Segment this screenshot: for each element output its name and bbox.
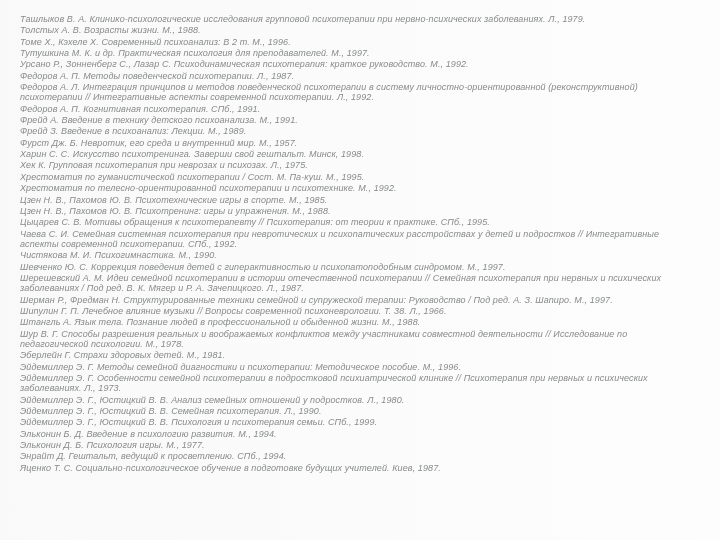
bibliography-slide: Ташлыков В. А. Клинико-психологические и… xyxy=(0,0,720,540)
reference-entry: Цыцарев С. В. Мотивы обращения к психоте… xyxy=(20,217,696,227)
reference-entry: Томе Х., Кэхеле Х. Современный психоанал… xyxy=(20,37,696,47)
reference-entry: Цзен Н. В., Пахомов Ю. В. Психотренинг: … xyxy=(20,206,696,216)
reference-entry: Федоров А. П. Когнитивная психотерапия. … xyxy=(20,104,696,114)
reference-entry: Фрейд З. Введение в психоанализ: Лекции.… xyxy=(20,126,696,136)
reference-entry: Ташлыков В. А. Клинико-психологические и… xyxy=(20,14,696,24)
reference-entry: Урсано Р., Зонненберг С., Лазар С. Психо… xyxy=(20,59,696,69)
reference-entry: Тутушкина М. К. и др. Практическая психо… xyxy=(20,48,696,58)
reference-entry: Чистякова М. И. Психогимнастика. М., 199… xyxy=(20,250,696,260)
reference-entry: Эберлейн Г. Страхи здоровых детей. М., 1… xyxy=(20,350,696,360)
reference-entry: Хрестоматия по телесно-ориентированной п… xyxy=(20,183,696,193)
reference-entry: Эйдемиллер Э. Г. Методы семейной диагнос… xyxy=(20,362,696,372)
reference-entry: Фурст Дж. Б. Невротик, его среда и внутр… xyxy=(20,138,696,148)
reference-entry: Хрестоматия по гуманистической психотера… xyxy=(20,172,696,182)
reference-entry: Эйдемиллер Э. Г., Юстицкий В. В. Семейна… xyxy=(20,406,696,416)
reference-entry: Эйдемиллер Э. Г. Особенности семейной пс… xyxy=(20,373,696,394)
reference-entry: Харин С. С. Искусство психотренинга. Зав… xyxy=(20,149,696,159)
reference-entry: Шерешевский А. М. Идеи семейной психотер… xyxy=(20,273,696,294)
reference-entry: Цзен Н. В., Пахомов Ю. В. Психотехническ… xyxy=(20,195,696,205)
reference-entry: Шипулин Г. П. Лечебное влияние музыки //… xyxy=(20,306,696,316)
reference-entry: Эйдемиллер Э. Г., Юстицкий В. В. Анализ … xyxy=(20,395,696,405)
reference-entry: Хек К. Групповая психотерапия при невроз… xyxy=(20,160,696,170)
reference-entry: Эльконин Б. Д. Введение в психологию раз… xyxy=(20,429,696,439)
reference-entry: Шерман Р., Фредман Н. Структурированные … xyxy=(20,295,696,305)
reference-entry: Чаева С. И. Семейная системная психотера… xyxy=(20,229,696,250)
reference-entry: Шевченко Ю. С. Коррекция поведения детей… xyxy=(20,262,696,272)
reference-list: Ташлыков В. А. Клинико-психологические и… xyxy=(20,14,696,473)
reference-entry: Эльконин Д. Б. Психология игры. М., 1977… xyxy=(20,440,696,450)
reference-entry: Шур В. Г. Способы разрешения реальных и … xyxy=(20,329,696,350)
reference-entry: Яценко Т. С. Социально-психологическое о… xyxy=(20,463,696,473)
reference-entry: Фрейд А. Введение в технику детского пси… xyxy=(20,115,696,125)
reference-entry: Эйдемиллер Э. Г., Юстицкий В. В. Психоло… xyxy=(20,417,696,427)
reference-entry: Толстых А. В. Возрасты жизни. М., 1988. xyxy=(20,25,696,35)
reference-entry: Штангль А. Язык тела. Познание людей в п… xyxy=(20,317,696,327)
reference-entry: Федоров А. П. Методы поведенческой психо… xyxy=(20,71,696,81)
reference-entry: Энрайт Д. Гештальт, ведущий к просветлен… xyxy=(20,451,696,461)
reference-entry: Федоров А. Л. Интеграция принципов и мет… xyxy=(20,82,696,103)
